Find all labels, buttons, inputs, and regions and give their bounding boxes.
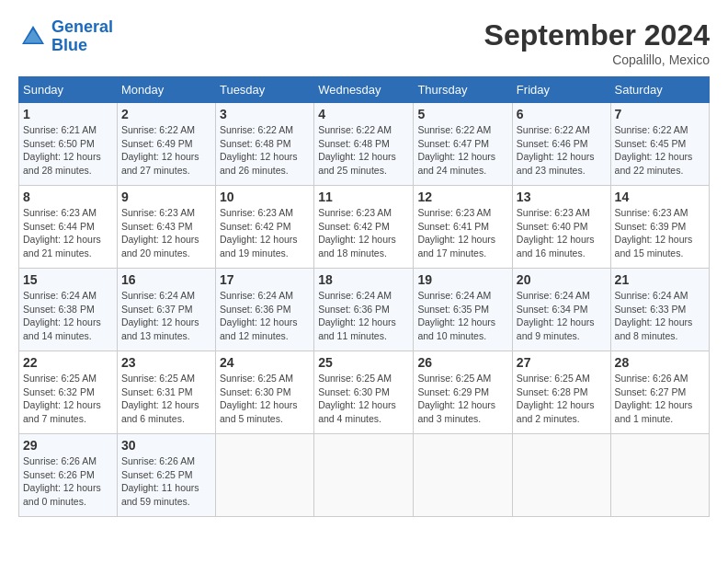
day-info: Sunrise: 6:22 AM Sunset: 6:45 PM Dayligh… [615, 123, 705, 178]
calendar-cell [314, 434, 414, 517]
day-info: Sunrise: 6:22 AM Sunset: 6:47 PM Dayligh… [417, 123, 507, 178]
day-info: Sunrise: 6:21 AM Sunset: 6:50 PM Dayligh… [23, 123, 113, 178]
day-number: 1 [23, 107, 113, 121]
calendar-cell: 8Sunrise: 6:23 AM Sunset: 6:44 PM Daylig… [19, 186, 118, 269]
day-number: 12 [417, 190, 507, 204]
calendar-cell: 28Sunrise: 6:26 AM Sunset: 6:27 PM Dayli… [610, 351, 709, 434]
calendar-cell: 17Sunrise: 6:24 AM Sunset: 6:36 PM Dayli… [215, 269, 313, 351]
logo: General Blue [18, 18, 113, 55]
calendar-cell: 5Sunrise: 6:22 AM Sunset: 6:47 PM Daylig… [414, 103, 512, 186]
calendar-cell: 18Sunrise: 6:24 AM Sunset: 6:36 PM Dayli… [314, 269, 414, 351]
day-number: 25 [318, 355, 409, 370]
calendar-week-row: 8Sunrise: 6:23 AM Sunset: 6:44 PM Daylig… [19, 186, 710, 269]
day-info: Sunrise: 6:24 AM Sunset: 6:36 PM Dayligh… [220, 289, 310, 343]
day-number: 15 [23, 272, 113, 287]
calendar-cell: 16Sunrise: 6:24 AM Sunset: 6:37 PM Dayli… [117, 269, 215, 351]
day-number: 14 [615, 190, 705, 204]
calendar-week-row: 15Sunrise: 6:24 AM Sunset: 6:38 PM Dayli… [19, 269, 710, 351]
day-info: Sunrise: 6:23 AM Sunset: 6:42 PM Dayligh… [318, 206, 409, 260]
calendar-cell [610, 434, 709, 517]
day-number: 22 [23, 355, 113, 370]
day-number: 21 [615, 272, 705, 287]
day-number: 4 [318, 107, 409, 121]
calendar-cell: 12Sunrise: 6:23 AM Sunset: 6:41 PM Dayli… [414, 186, 512, 269]
day-number: 13 [517, 190, 607, 204]
day-info: Sunrise: 6:24 AM Sunset: 6:37 PM Dayligh… [121, 289, 211, 343]
day-number: 17 [220, 272, 310, 287]
day-info: Sunrise: 6:25 AM Sunset: 6:28 PM Dayligh… [517, 372, 607, 426]
calendar-cell: 1Sunrise: 6:21 AM Sunset: 6:50 PM Daylig… [19, 103, 118, 186]
weekday-header: Friday [512, 77, 610, 103]
location: Copalillo, Mexico [484, 52, 710, 67]
calendar-cell: 15Sunrise: 6:24 AM Sunset: 6:38 PM Dayli… [19, 269, 118, 351]
calendar-cell: 4Sunrise: 6:22 AM Sunset: 6:48 PM Daylig… [314, 103, 414, 186]
calendar-cell [512, 434, 610, 517]
weekday-header: Thursday [414, 77, 512, 103]
calendar-cell: 27Sunrise: 6:25 AM Sunset: 6:28 PM Dayli… [512, 351, 610, 434]
day-number: 8 [23, 190, 113, 204]
calendar-cell: 9Sunrise: 6:23 AM Sunset: 6:43 PM Daylig… [117, 186, 215, 269]
day-info: Sunrise: 6:22 AM Sunset: 6:49 PM Dayligh… [121, 123, 211, 178]
calendar-cell: 25Sunrise: 6:25 AM Sunset: 6:30 PM Dayli… [314, 351, 414, 434]
day-info: Sunrise: 6:24 AM Sunset: 6:35 PM Dayligh… [417, 289, 507, 343]
calendar-cell: 7Sunrise: 6:22 AM Sunset: 6:45 PM Daylig… [610, 103, 709, 186]
calendar-cell: 14Sunrise: 6:23 AM Sunset: 6:39 PM Dayli… [610, 186, 709, 269]
day-number: 20 [517, 272, 607, 287]
day-number: 5 [417, 107, 507, 121]
day-info: Sunrise: 6:25 AM Sunset: 6:30 PM Dayligh… [220, 372, 310, 426]
day-info: Sunrise: 6:23 AM Sunset: 6:40 PM Dayligh… [517, 206, 607, 260]
weekday-header: Saturday [610, 77, 709, 103]
day-number: 3 [220, 107, 310, 121]
calendar-cell: 22Sunrise: 6:25 AM Sunset: 6:32 PM Dayli… [19, 351, 118, 434]
day-info: Sunrise: 6:22 AM Sunset: 6:48 PM Dayligh… [220, 123, 310, 178]
day-info: Sunrise: 6:24 AM Sunset: 6:33 PM Dayligh… [615, 289, 705, 343]
day-info: Sunrise: 6:26 AM Sunset: 6:25 PM Dayligh… [121, 454, 211, 509]
page-header: General Blue September 2024 Copalillo, M… [18, 18, 710, 67]
day-info: Sunrise: 6:23 AM Sunset: 6:43 PM Dayligh… [121, 206, 211, 260]
day-number: 24 [220, 355, 310, 370]
weekday-header-row: SundayMondayTuesdayWednesdayThursdayFrid… [19, 77, 710, 103]
day-info: Sunrise: 6:24 AM Sunset: 6:38 PM Dayligh… [23, 289, 113, 343]
calendar-week-row: 1Sunrise: 6:21 AM Sunset: 6:50 PM Daylig… [19, 103, 710, 186]
calendar-cell: 2Sunrise: 6:22 AM Sunset: 6:49 PM Daylig… [117, 103, 215, 186]
day-info: Sunrise: 6:25 AM Sunset: 6:30 PM Dayligh… [318, 372, 409, 426]
day-info: Sunrise: 6:22 AM Sunset: 6:46 PM Dayligh… [517, 123, 607, 178]
calendar-cell: 11Sunrise: 6:23 AM Sunset: 6:42 PM Dayli… [314, 186, 414, 269]
weekday-header: Wednesday [314, 77, 414, 103]
day-info: Sunrise: 6:24 AM Sunset: 6:34 PM Dayligh… [517, 289, 607, 343]
day-number: 30 [121, 438, 211, 453]
day-info: Sunrise: 6:23 AM Sunset: 6:44 PM Dayligh… [23, 206, 113, 260]
day-number: 10 [220, 190, 310, 204]
day-number: 7 [615, 107, 705, 121]
calendar-cell: 24Sunrise: 6:25 AM Sunset: 6:30 PM Dayli… [215, 351, 313, 434]
logo-text: General Blue [51, 18, 113, 55]
day-number: 18 [318, 272, 409, 287]
calendar-week-row: 22Sunrise: 6:25 AM Sunset: 6:32 PM Dayli… [19, 351, 710, 434]
calendar-cell: 6Sunrise: 6:22 AM Sunset: 6:46 PM Daylig… [512, 103, 610, 186]
day-info: Sunrise: 6:22 AM Sunset: 6:48 PM Dayligh… [318, 123, 409, 178]
calendar-cell: 13Sunrise: 6:23 AM Sunset: 6:40 PM Dayli… [512, 186, 610, 269]
day-info: Sunrise: 6:23 AM Sunset: 6:41 PM Dayligh… [417, 206, 507, 260]
day-number: 26 [417, 355, 507, 370]
day-number: 29 [23, 438, 113, 453]
weekday-header: Tuesday [215, 77, 313, 103]
day-number: 23 [121, 355, 211, 370]
day-number: 16 [121, 272, 211, 287]
day-number: 27 [517, 355, 607, 370]
calendar-cell: 29Sunrise: 6:26 AM Sunset: 6:26 PM Dayli… [19, 434, 118, 517]
month-title: September 2024 [484, 18, 710, 52]
day-info: Sunrise: 6:25 AM Sunset: 6:29 PM Dayligh… [417, 372, 507, 426]
day-info: Sunrise: 6:26 AM Sunset: 6:26 PM Dayligh… [23, 454, 113, 509]
weekday-header: Sunday [19, 77, 118, 103]
logo-icon [18, 22, 48, 52]
day-info: Sunrise: 6:25 AM Sunset: 6:32 PM Dayligh… [23, 372, 113, 426]
calendar-cell: 3Sunrise: 6:22 AM Sunset: 6:48 PM Daylig… [215, 103, 313, 186]
calendar-cell: 19Sunrise: 6:24 AM Sunset: 6:35 PM Dayli… [414, 269, 512, 351]
calendar-cell: 21Sunrise: 6:24 AM Sunset: 6:33 PM Dayli… [610, 269, 709, 351]
calendar-cell: 20Sunrise: 6:24 AM Sunset: 6:34 PM Dayli… [512, 269, 610, 351]
calendar-cell: 26Sunrise: 6:25 AM Sunset: 6:29 PM Dayli… [414, 351, 512, 434]
calendar-cell: 10Sunrise: 6:23 AM Sunset: 6:42 PM Dayli… [215, 186, 313, 269]
calendar-cell: 30Sunrise: 6:26 AM Sunset: 6:25 PM Dayli… [117, 434, 215, 517]
day-info: Sunrise: 6:23 AM Sunset: 6:42 PM Dayligh… [220, 206, 310, 260]
day-info: Sunrise: 6:25 AM Sunset: 6:31 PM Dayligh… [121, 372, 211, 426]
